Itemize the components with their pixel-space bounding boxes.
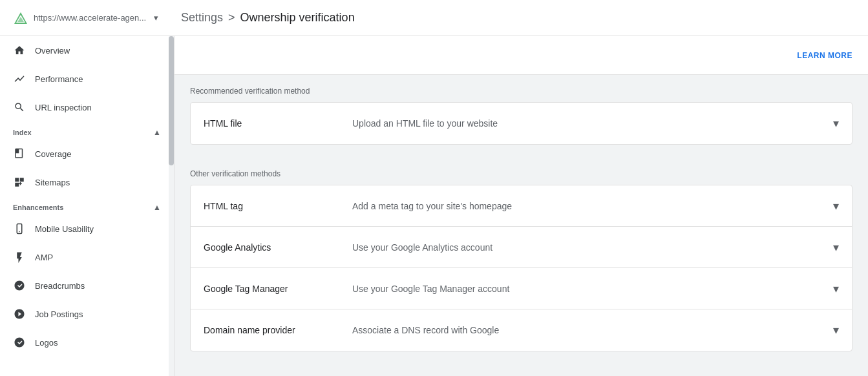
sidebar-item-coverage[interactable]: Coverage [0, 140, 169, 168]
dropdown-icon[interactable]: ▾ [154, 13, 158, 23]
breadcrumb-current: Ownership verification [240, 11, 355, 25]
html-file-row[interactable]: HTML file Upload an HTML file to your we… [191, 103, 852, 144]
index-chevron-icon: ▲ [153, 128, 161, 137]
other-method-desc: Use your Google Tag Manager account [333, 284, 827, 294]
other-method-label: Domain name provider [204, 325, 333, 335]
other-method-label: Google Analytics [204, 242, 333, 253]
index-section-header[interactable]: Index ▲ [0, 121, 174, 140]
other-method-chevron-icon: ▾ [833, 323, 839, 337]
svg-point-6 [19, 231, 20, 233]
other-method-chevron-icon: ▾ [833, 199, 839, 213]
other-method-row[interactable]: Google Tag ManagerUse your Google Tag Ma… [191, 268, 852, 309]
sidebar-item-logos[interactable]: Logos [0, 328, 169, 357]
sidebar-scrollbar[interactable] [169, 36, 174, 376]
breadcrumbs-label: Breadcrumbs [35, 281, 85, 291]
sidebar-item-amp[interactable]: AMP [0, 243, 169, 271]
sidebar-item-performance[interactable]: Performance [0, 65, 169, 93]
home-icon [13, 44, 26, 57]
job-postings-icon [13, 308, 26, 320]
other-method-label: Google Tag Manager [204, 284, 333, 294]
sitemaps-icon [13, 176, 26, 189]
url-inspection-label: URL inspection [35, 103, 92, 112]
other-method-chevron-icon: ▾ [833, 282, 839, 296]
header-url: https://www.accelerate-agen... [34, 13, 146, 23]
sitemaps-label: Sitemaps [35, 178, 70, 187]
sidebar-item-mobile-usability[interactable]: Mobile Usability [0, 214, 169, 243]
svg-rect-4 [16, 149, 19, 154]
other-method-desc: Use your Google Analytics account [333, 242, 827, 253]
header: https://www.accelerate-agen... ▾ Setting… [0, 0, 868, 36]
other-method-desc: Associate a DNS record with Google [333, 325, 827, 335]
sidebar-item-overview[interactable]: Overview [0, 36, 169, 65]
enhancements-section-label: Enhancements [13, 204, 63, 211]
job-postings-label: Job Postings [35, 309, 83, 319]
performance-icon [13, 72, 26, 85]
coverage-icon [13, 147, 26, 160]
breadcrumbs-icon [13, 279, 26, 292]
coverage-label: Coverage [35, 149, 71, 159]
main-layout: Overview Performance URL inspection Inde… [0, 36, 868, 376]
html-file-chevron-icon: ▾ [833, 116, 839, 131]
sidebar-item-url-inspection[interactable]: URL inspection [0, 93, 169, 121]
mobile-icon [13, 222, 26, 235]
other-method-row[interactable]: Google AnalyticsUse your Google Analytic… [191, 227, 852, 268]
logos-icon [13, 336, 26, 349]
sidebar-item-breadcrumbs[interactable]: Breadcrumbs [0, 271, 169, 300]
breadcrumb-separator: > [228, 11, 235, 25]
gsc-logo-icon [13, 10, 28, 26]
recommended-card: HTML file Upload an HTML file to your we… [190, 102, 852, 145]
breadcrumb: Settings > Ownership verification [168, 11, 355, 25]
enhancements-section-header[interactable]: Enhancements ▲ [0, 196, 174, 214]
sidebar-item-sitemaps[interactable]: Sitemaps [0, 168, 169, 196]
recommended-section-label: Recommended verification method [175, 75, 868, 102]
other-methods-card: HTML tagAdd a meta tag to your site's ho… [190, 185, 852, 351]
other-method-row[interactable]: HTML tagAdd a meta tag to your site's ho… [191, 185, 852, 227]
other-section-label: Other verification methods [175, 158, 868, 185]
top-card: LEARN MORE [175, 36, 868, 75]
main-content: LEARN MORE Recommended verification meth… [175, 36, 868, 376]
scrollbar-thumb [169, 36, 174, 165]
overview-label: Overview [35, 46, 70, 56]
html-file-label: HTML file [204, 118, 333, 129]
other-method-desc: Add a meta tag to your site's homepage [333, 201, 827, 211]
sidebar-item-job-postings[interactable]: Job Postings [0, 300, 169, 328]
html-file-desc: Upload an HTML file to your website [333, 118, 827, 129]
other-method-row[interactable]: Domain name providerAssociate a DNS reco… [191, 309, 852, 351]
logos-label: Logos [35, 338, 58, 348]
learn-more-button[interactable]: LEARN MORE [797, 46, 852, 65]
enhancements-chevron-icon: ▲ [153, 203, 161, 212]
site-selector[interactable]: https://www.accelerate-agen... ▾ [13, 10, 168, 26]
performance-label: Performance [35, 74, 83, 84]
index-section-label: Index [13, 129, 32, 136]
other-method-chevron-icon: ▾ [833, 240, 839, 255]
search-icon [13, 101, 26, 114]
sidebar: Overview Performance URL inspection Inde… [0, 36, 175, 376]
amp-icon [13, 251, 26, 264]
amp-label: AMP [35, 253, 53, 262]
other-method-label: HTML tag [204, 201, 333, 211]
breadcrumb-settings[interactable]: Settings [181, 11, 223, 25]
mobile-usability-label: Mobile Usability [35, 224, 94, 234]
